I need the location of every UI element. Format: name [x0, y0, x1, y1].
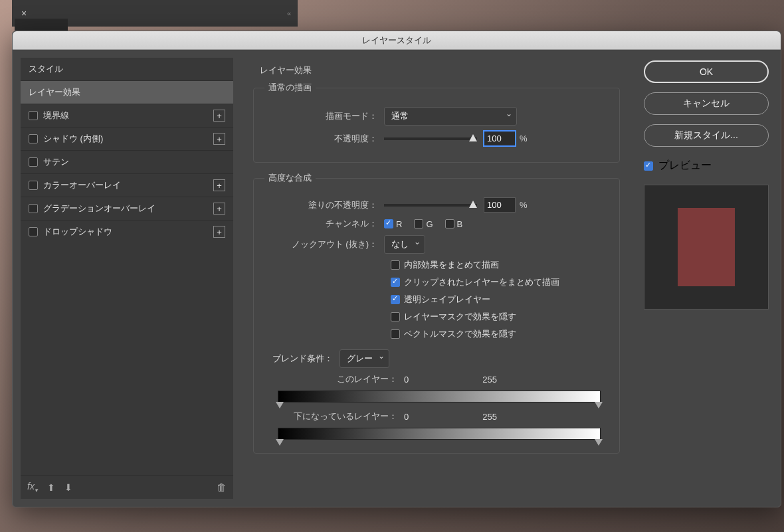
sidebar-item-inner-shadow[interactable]: シャドウ (内側) + — [21, 127, 233, 150]
channel-b-label: B — [457, 219, 463, 229]
sidebar-item-stroke[interactable]: 境界線 + — [21, 104, 233, 127]
checkbox-satin[interactable] — [29, 157, 38, 167]
under-layer-black-handle[interactable] — [276, 439, 284, 446]
right-panel: OK キャンセル 新規スタイル... プレビュー — [640, 58, 773, 499]
knockout-label: ノックアウト (抜き)： — [264, 238, 377, 250]
opt-layer-mask-checkbox[interactable] — [391, 312, 400, 321]
preview-swatch — [678, 208, 735, 286]
move-down-icon[interactable]: ⬇ — [64, 482, 72, 493]
preview-label: プレビュー — [658, 159, 712, 173]
pct-label: % — [520, 133, 528, 143]
blend-if-label: ブレンド条件： — [272, 353, 333, 365]
blend-mode-value: 通常 — [391, 110, 409, 122]
add-drop-shadow-icon[interactable]: + — [213, 226, 225, 238]
fx-menu-icon[interactable]: fx▾ — [27, 481, 38, 493]
opacity-slider-thumb[interactable] — [469, 134, 477, 141]
sidebar-item-color-overlay[interactable]: カラーオーバーレイ + — [21, 173, 233, 197]
knockout-value: なし — [391, 238, 409, 250]
under-layer-gradient[interactable] — [278, 428, 601, 440]
layer-style-dialog: レイヤースタイル スタイル レイヤー効果 境界線 + シャドウ (内側) + サ… — [12, 31, 781, 507]
sidebar-item-drop-shadow[interactable]: ドロップシャドウ + — [21, 220, 233, 243]
preview-box — [644, 185, 769, 310]
sidebar-item-label: シャドウ (内側) — [43, 133, 103, 145]
panel-collapse-icon[interactable]: « — [287, 9, 291, 17]
opt-internal-effects-label: 内部効果をまとめて描画 — [404, 259, 499, 271]
panel-close-icon[interactable]: × — [15, 8, 33, 19]
blend-mode-dropdown[interactable]: 通常 — [384, 107, 517, 126]
under-layer-white-handle[interactable] — [595, 439, 603, 446]
preview-checkbox[interactable] — [644, 161, 653, 171]
background-panel: × « — [12, 0, 298, 27]
under-layer-low: 0 — [404, 412, 444, 422]
channel-g-checkbox[interactable] — [414, 219, 423, 228]
dialog-title: レイヤースタイル — [362, 35, 431, 46]
checkbox-inner-shadow[interactable] — [29, 134, 38, 143]
add-inner-shadow-icon[interactable]: + — [213, 133, 225, 145]
opacity-input[interactable] — [484, 131, 516, 146]
add-color-overlay-icon[interactable]: + — [213, 179, 225, 191]
fill-opacity-slider[interactable] — [384, 204, 477, 207]
sidebar-item-label: ドロップシャドウ — [43, 226, 112, 238]
under-layer-label: 下になっているレイヤー： — [264, 410, 397, 422]
general-blending-group: 通常の描画 描画モード： 通常 不透明度： % — [253, 82, 620, 163]
sidebar-item-label: カラーオーバーレイ — [43, 179, 121, 191]
dialog-titlebar: レイヤースタイル — [13, 31, 781, 50]
this-layer-high: 255 — [444, 375, 497, 385]
channel-r-checkbox[interactable] — [384, 219, 393, 228]
blend-if-value: グレー — [347, 353, 373, 365]
channel-r-label: R — [396, 219, 402, 229]
sidebar-item-satin[interactable]: サテン — [21, 150, 233, 173]
this-layer-white-handle[interactable] — [595, 402, 603, 408]
sidebar-item-blending[interactable]: レイヤー効果 — [21, 80, 233, 104]
blend-if-dropdown[interactable]: グレー — [340, 349, 389, 368]
this-layer-label: このレイヤー： — [264, 373, 397, 385]
opt-clip-layers-label: クリップされたレイヤーをまとめて描画 — [404, 276, 559, 288]
general-group-label: 通常の描画 — [264, 82, 316, 94]
ok-button[interactable]: OK — [644, 60, 769, 83]
checkbox-gradient-overlay[interactable] — [29, 204, 38, 213]
opt-layer-mask-label: レイヤーマスクで効果を隠す — [404, 311, 516, 323]
opt-vector-mask-checkbox[interactable] — [391, 329, 400, 339]
trash-icon[interactable]: 🗑 — [217, 482, 227, 493]
channel-b-checkbox[interactable] — [445, 219, 454, 228]
sidebar-footer: fx▾ ⬆ ⬇ 🗑 — [21, 475, 233, 499]
move-up-icon[interactable]: ⬆ — [47, 482, 55, 493]
add-gradient-overlay-icon[interactable]: + — [213, 203, 225, 215]
checkbox-color-overlay[interactable] — [29, 181, 38, 190]
settings-panel: レイヤー効果 通常の描画 描画モード： 通常 不透明度： % 高度な合成 塗りの… — [241, 58, 632, 499]
fill-opacity-input[interactable] — [484, 197, 516, 213]
panel-tab[interactable] — [15, 19, 68, 31]
sidebar-item-label: レイヤー効果 — [29, 86, 80, 98]
settings-title: レイヤー効果 — [260, 64, 620, 76]
opacity-slider[interactable] — [384, 137, 477, 140]
opt-transparency-shapes-checkbox[interactable] — [391, 295, 400, 304]
checkbox-drop-shadow[interactable] — [29, 227, 38, 236]
knockout-dropdown[interactable]: なし — [384, 235, 425, 254]
pct-label: % — [520, 200, 528, 210]
opacity-label: 不透明度： — [264, 133, 377, 145]
sidebar-header: スタイル — [21, 58, 233, 80]
advanced-group-label: 高度な合成 — [264, 172, 316, 184]
add-stroke-icon[interactable]: + — [213, 110, 225, 122]
under-layer-high: 255 — [444, 412, 497, 422]
this-layer-gradient[interactable] — [278, 391, 601, 402]
sidebar-item-label: グラデーションオーバーレイ — [43, 203, 155, 215]
sidebar-item-label: サテン — [43, 156, 69, 168]
sidebar-item-gradient-overlay[interactable]: グラデーションオーバーレイ + — [21, 197, 233, 220]
channels-label: チャンネル： — [264, 218, 377, 230]
opt-vector-mask-label: ベクトルマスクで効果を隠す — [404, 328, 516, 340]
fill-opacity-thumb[interactable] — [469, 201, 477, 208]
channel-g-label: G — [426, 219, 433, 229]
fill-opacity-label: 塗りの不透明度： — [264, 199, 377, 211]
sidebar-item-label: 境界線 — [43, 110, 69, 122]
blend-mode-label: 描画モード： — [264, 110, 377, 122]
opt-internal-effects-checkbox[interactable] — [391, 260, 400, 270]
cancel-button[interactable]: キャンセル — [644, 92, 769, 115]
new-style-button[interactable]: 新規スタイル... — [644, 124, 769, 147]
this-layer-low: 0 — [404, 375, 444, 385]
styles-sidebar: スタイル レイヤー効果 境界線 + シャドウ (内側) + サテン カラーオーバ… — [21, 58, 233, 499]
checkbox-stroke[interactable] — [29, 111, 38, 120]
this-layer-black-handle[interactable] — [276, 402, 284, 408]
opt-clip-layers-checkbox[interactable] — [391, 278, 400, 287]
opt-transparency-shapes-label: 透明シェイプレイヤー — [404, 294, 490, 306]
